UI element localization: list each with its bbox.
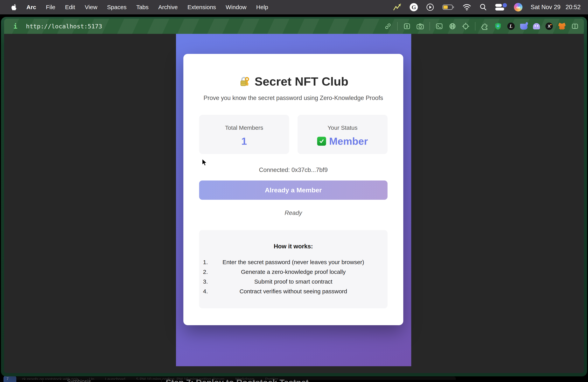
background-divider <box>42 380 43 382</box>
how-step-3: 3. Submit proof to smart contract <box>199 277 388 287</box>
address-url[interactable]: http://localhost:5173 <box>26 23 102 30</box>
menu-item-file[interactable]: File <box>46 4 55 11</box>
stats-row: Total Members 1 Your Status Member <box>199 115 388 154</box>
macos-menu-bar: Arc File Edit View Spaces Tabs Archive E… <box>0 0 588 14</box>
control-center-active-dot <box>503 3 507 7</box>
total-members-stat: Total Members 1 <box>199 115 289 154</box>
grammarly-icon[interactable]: G <box>410 3 418 11</box>
infinity-app-icon[interactable]: ∞ <box>514 3 523 11</box>
menu-item-arc[interactable]: Arc <box>26 4 36 11</box>
spotlight-search-icon[interactable] <box>479 3 487 11</box>
script-l-extension-icon[interactable]: L <box>507 22 515 30</box>
menu-item-archive[interactable]: Archive <box>158 4 178 11</box>
page-title: Secret NFT Club <box>183 74 403 88</box>
stocks-icon[interactable] <box>393 3 401 11</box>
background-bar-launchpad: Launchpad <box>105 377 125 380</box>
image-capture-icon[interactable] <box>403 22 411 30</box>
check-mark-icon <box>317 137 326 146</box>
menu-item-tabs[interactable]: Tabs <box>136 4 148 11</box>
page-viewport: Secret NFT Club Prove you know the secre… <box>4 34 584 373</box>
background-page-heading: Step 7: Deploy to Rootstock Testnet <box>166 378 309 382</box>
browser-url-bar[interactable]: i http://localhost:5173 <box>4 19 584 34</box>
camera-icon[interactable] <box>416 22 424 30</box>
menu-item-edit[interactable]: Edit <box>65 4 75 11</box>
your-status-label: Your Status <box>297 125 388 131</box>
how-step-4: 4. Contract verifies without seeing pass… <box>199 287 388 296</box>
site-info-icon[interactable]: i <box>13 22 17 30</box>
how-it-works-list: 1. Enter the secret password (never leav… <box>199 257 388 296</box>
control-center-icon[interactable] <box>495 3 506 11</box>
how-step-1: 1. Enter the secret password (never leav… <box>199 257 388 267</box>
toolbar-divider <box>397 22 398 31</box>
menu-item-extensions[interactable]: Extensions <box>188 4 216 11</box>
your-status-stat: Your Status Member <box>297 115 388 154</box>
total-members-value: 1 <box>199 135 289 147</box>
how-it-works-heading: How it works: <box>199 243 388 250</box>
page-gradient-background: Secret NFT Club Prove you know the secre… <box>176 34 411 366</box>
menu-item-view[interactable]: View <box>85 4 97 11</box>
background-divider <box>161 380 162 382</box>
menu-item-spaces[interactable]: Spaces <box>107 4 126 11</box>
lock-with-key-icon <box>238 76 250 87</box>
menu-item-window[interactable]: Window <box>226 4 247 11</box>
menu-bar-date: Sat Nov 29 <box>531 4 560 11</box>
secret-nft-club-card: Secret NFT Club Prove you know the secre… <box>183 54 403 325</box>
background-window-tab[interactable]: 7 <box>3 376 16 382</box>
status-text: Ready <box>183 210 403 216</box>
battery-icon[interactable] <box>442 3 454 11</box>
metamask-fox-icon[interactable] <box>558 23 566 30</box>
toolbar-divider <box>430 22 430 31</box>
connected-address: Connected: 0x37cb...7bf9 <box>183 167 403 173</box>
wifi-icon[interactable] <box>462 4 471 11</box>
background-sidebar-text: Symbiosis <box>67 379 91 382</box>
terminal-icon[interactable] <box>435 22 443 30</box>
phantom-wallet-icon[interactable] <box>533 23 540 29</box>
extensions-puzzle-icon[interactable] <box>481 22 489 30</box>
toolbar-divider <box>475 22 475 31</box>
rabby-wallet-icon[interactable] <box>520 24 527 30</box>
menu-item-help[interactable]: Help <box>256 4 268 11</box>
mouse-cursor <box>202 159 208 167</box>
target-icon[interactable] <box>462 22 470 30</box>
total-members-label: Total Members <box>199 125 289 131</box>
page-subtitle: Prove you know the secret password using… <box>183 95 403 102</box>
menu-bar-time: 20:52 <box>566 4 581 11</box>
your-status-value: Member <box>297 135 388 147</box>
already-member-button[interactable]: Already a Member <box>199 180 388 200</box>
how-step-2: 2. Generate a zero-knowledge proof local… <box>199 267 388 277</box>
menu-bar-clock[interactable]: Sat Nov 29 20:52 <box>531 4 581 11</box>
how-it-works-box: How it works: 1. Enter the secret passwo… <box>199 230 388 308</box>
link-icon[interactable] <box>384 22 392 30</box>
member-text: Member <box>329 135 368 147</box>
adguard-shield-icon[interactable] <box>494 22 502 30</box>
split-view-icon[interactable] <box>571 22 579 30</box>
x-wallet-icon[interactable]: X <box>546 22 553 30</box>
web-globe-icon[interactable] <box>449 22 456 30</box>
play-circle-icon[interactable] <box>426 3 434 11</box>
arc-browser-window: i http://localhost:5173 <box>1 17 587 376</box>
apple-logo-icon[interactable] <box>11 4 17 11</box>
